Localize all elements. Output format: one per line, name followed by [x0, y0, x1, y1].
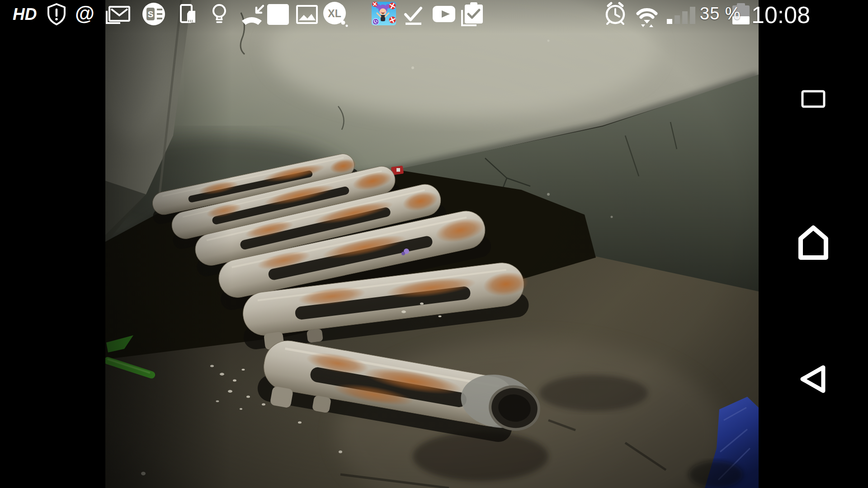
- alarm-icon: [607, 3, 624, 24]
- candy-game-viber-icon: [372, 1, 397, 25]
- s-notes-icon: S: [142, 3, 165, 25]
- photo-viewer-content[interactable]: [105, 0, 759, 488]
- recents-button[interactable]: [759, 89, 868, 116]
- at-mail-icon: @: [75, 2, 94, 24]
- left-shade: [105, 0, 232, 488]
- home-icon: [797, 224, 830, 261]
- data-up-arrow: [649, 24, 653, 27]
- clipboard-check-icon: [462, 2, 483, 25]
- screenshot-image-icon: [297, 6, 317, 23]
- gmail-icon: [107, 7, 129, 23]
- youtube-icon: [433, 6, 455, 22]
- data-down-arrow: [641, 24, 645, 27]
- viber-badge: [373, 19, 379, 25]
- svg-text:HD: HD: [13, 5, 37, 23]
- xl-messenger-icon: XL: [323, 2, 348, 27]
- shield-alert-icon: [48, 4, 65, 24]
- wifi-icon: [638, 10, 656, 27]
- svg-text:@: @: [75, 2, 94, 24]
- signal-strength-icon: [667, 7, 695, 24]
- missed-call-icon: [242, 6, 263, 25]
- svg-text:XL: XL: [328, 8, 341, 19]
- battery-percent-text: 35 %: [700, 4, 741, 23]
- notification-icons: HD @ S: [0, 0, 502, 27]
- photo-svg: [105, 0, 759, 488]
- lightbulb-icon: [213, 5, 225, 22]
- back-button[interactable]: [759, 363, 868, 399]
- svg-text:S: S: [148, 9, 154, 19]
- android-screen: HD @ S: [0, 0, 868, 488]
- navigation-bar: [759, 0, 868, 488]
- phone-sd-card-icon: [181, 5, 195, 23]
- hd-icon: HD: [13, 5, 37, 23]
- back-triangle-icon: [799, 363, 828, 395]
- status-bar[interactable]: HD @ S: [0, 0, 868, 27]
- filled-square-icon: [267, 4, 289, 25]
- home-button[interactable]: [759, 224, 868, 264]
- recents-square-icon: [800, 89, 827, 109]
- check-underline-icon: [406, 8, 421, 25]
